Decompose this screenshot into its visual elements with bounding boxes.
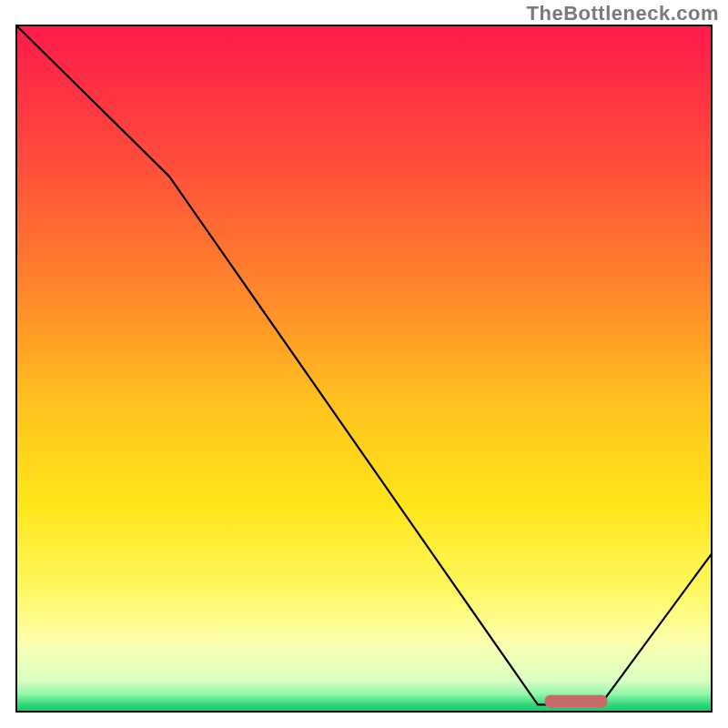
- optimal-range-marker: [545, 695, 608, 708]
- watermark-text: TheBottleneck.com: [527, 2, 719, 25]
- chart-container: TheBottleneck.com: [0, 0, 728, 728]
- bottleneck-chart: [0, 0, 728, 728]
